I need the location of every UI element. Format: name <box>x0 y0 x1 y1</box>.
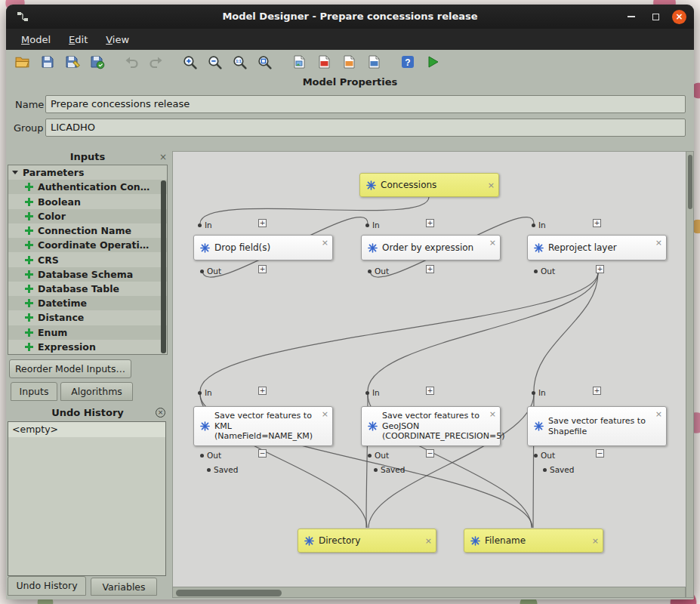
minimize-button[interactable] <box>624 9 639 24</box>
socket-in[interactable]: In <box>532 220 546 230</box>
reorder-model-inputs-button[interactable]: Reorder Model Inputs… <box>9 359 131 378</box>
collapse-outputs-toggle[interactable]: − <box>596 449 604 458</box>
menu-edit[interactable]: Edit <box>61 31 95 48</box>
node-filename[interactable]: Filename × <box>464 528 603 553</box>
node-close-icon[interactable]: × <box>655 239 662 247</box>
param-database-schema[interactable]: Database Schema <box>8 267 167 282</box>
menu-model[interactable]: Model <box>14 31 58 48</box>
save-model-button[interactable] <box>37 52 57 72</box>
zoom-out-button[interactable] <box>205 52 225 72</box>
socket-in[interactable]: In <box>532 388 546 397</box>
node-close-icon[interactable]: × <box>322 410 328 418</box>
inputs-panel-close-icon[interactable]: × <box>159 153 167 162</box>
socket-saved[interactable]: Saved <box>543 465 574 474</box>
param-enum[interactable]: Enum <box>8 325 167 340</box>
node-close-icon[interactable]: × <box>322 239 328 247</box>
expand-inputs-toggle[interactable]: + <box>426 219 434 227</box>
vscrollbar-thumb[interactable] <box>688 155 692 209</box>
socket-out[interactable]: Out <box>534 267 555 276</box>
expand-inputs-toggle[interactable]: + <box>593 387 601 395</box>
edit-model-help-button[interactable]: ? <box>397 52 418 72</box>
canvas-vscrollbar[interactable] <box>686 151 694 598</box>
tab-inputs[interactable]: Inputs <box>11 382 57 401</box>
node-order-by-expression[interactable]: Order by expression × <box>361 235 501 260</box>
node-reproject-layer[interactable]: Reproject layer × <box>527 235 667 260</box>
titlebar[interactable]: Model Designer - Prepare concessions rel… <box>6 5 694 29</box>
export-as-svg-button[interactable] <box>338 52 359 72</box>
menu-view[interactable]: View <box>98 31 137 48</box>
redo-button[interactable] <box>146 52 166 72</box>
socket-out[interactable]: Out <box>368 267 389 276</box>
save-model-as-button[interactable] <box>62 52 82 72</box>
socket-in[interactable]: In <box>198 220 212 230</box>
socket-out[interactable]: Out <box>200 267 221 276</box>
open-model-button[interactable] <box>12 52 32 72</box>
collapse-outputs-toggle[interactable]: − <box>258 449 267 458</box>
param-coordinate-operation[interactable]: Coordinate Operati… <box>8 238 167 252</box>
canvas-hscrollbar[interactable] <box>172 587 686 598</box>
node-save-kml[interactable]: Save vector features to KML (NameField=N… <box>193 406 333 446</box>
param-database-table[interactable]: Database Table <box>8 282 167 296</box>
expand-inputs-toggle[interactable]: + <box>593 219 601 227</box>
expand-outputs-toggle[interactable]: + <box>426 265 434 273</box>
node-close-icon[interactable]: × <box>488 181 495 190</box>
name-input[interactable]: Prepare concessions release <box>45 95 686 113</box>
param-boolean[interactable]: Boolean <box>8 194 167 208</box>
param-distance[interactable]: Distance <box>8 310 167 325</box>
socket-saved[interactable]: Saved <box>374 465 405 474</box>
zoom-full-button[interactable] <box>254 52 275 72</box>
param-authentication-config[interactable]: Authentication Con… <box>8 180 167 194</box>
node-close-icon[interactable]: × <box>425 537 432 545</box>
param-expression[interactable]: Expression <box>8 340 167 354</box>
undo-button[interactable] <box>121 52 141 72</box>
node-save-geojson[interactable]: Save vector features to GeoJSON (COORDIN… <box>361 406 501 446</box>
node-save-shapefile[interactable]: Save vector features to Shapefile × <box>527 406 667 446</box>
hscrollbar-thumb[interactable] <box>176 590 282 596</box>
undo-panel-close-icon[interactable]: × <box>156 408 165 418</box>
export-as-image-button[interactable] <box>288 52 309 72</box>
param-datetime[interactable]: Datetime <box>8 296 167 310</box>
expand-outputs-toggle[interactable]: + <box>258 265 267 273</box>
undo-history-list[interactable]: <empty> <box>8 421 166 576</box>
zoom-actual-button[interactable]: 1:1 <box>230 52 250 72</box>
socket-in[interactable]: In <box>198 388 212 397</box>
node-concessions[interactable]: Concessions × <box>359 173 499 197</box>
zoom-in-button[interactable] <box>180 52 200 72</box>
run-model-button[interactable] <box>422 52 443 72</box>
model-canvas[interactable]: In + In + In + Out + Out + Out + In + In… <box>172 151 686 587</box>
export-as-pdf-button[interactable] <box>313 52 334 72</box>
model-input-icon <box>470 536 480 546</box>
socket-in[interactable]: In <box>365 388 380 397</box>
socket-saved[interactable]: Saved <box>207 465 238 474</box>
socket-in[interactable]: In <box>365 220 380 230</box>
param-color[interactable]: Color <box>8 209 167 223</box>
tree-root-parameters[interactable]: Parameters <box>8 165 167 180</box>
export-as-script-button[interactable] <box>363 52 384 72</box>
node-close-icon[interactable]: × <box>489 410 496 418</box>
node-close-icon[interactable]: × <box>655 410 662 418</box>
collapse-outputs-toggle[interactable]: − <box>426 449 434 458</box>
group-input[interactable]: LICADHO <box>45 119 686 137</box>
socket-out[interactable]: Out <box>200 451 221 460</box>
socket-out[interactable]: Out <box>534 451 555 460</box>
inputs-tree-scrollbar[interactable] <box>161 180 166 353</box>
tab-undo-history[interactable]: Undo History <box>8 576 86 596</box>
expand-inputs-toggle[interactable]: + <box>258 219 267 227</box>
node-close-icon[interactable]: × <box>592 537 599 545</box>
param-connection-name[interactable]: Connection Name <box>8 223 167 238</box>
socket-out[interactable]: Out <box>368 451 389 460</box>
maximize-button[interactable] <box>648 9 663 24</box>
close-button[interactable]: × <box>672 10 686 24</box>
node-close-icon[interactable]: × <box>489 239 496 247</box>
caret-down-icon <box>12 171 18 174</box>
node-directory[interactable]: Directory × <box>298 528 436 553</box>
expand-outputs-toggle[interactable]: + <box>596 265 604 273</box>
node-drop-fields[interactable]: Drop field(s) × <box>193 235 333 260</box>
tab-algorithms[interactable]: Algorithms <box>60 382 133 401</box>
inputs-tree: Parameters Authentication Con… Boolean C… <box>8 165 168 355</box>
expand-inputs-toggle[interactable]: + <box>258 387 267 395</box>
save-model-in-project-button[interactable] <box>87 52 107 72</box>
param-crs[interactable]: CRS <box>8 252 167 267</box>
tab-variables[interactable]: Variables <box>91 578 157 596</box>
expand-inputs-toggle[interactable]: + <box>426 387 434 395</box>
